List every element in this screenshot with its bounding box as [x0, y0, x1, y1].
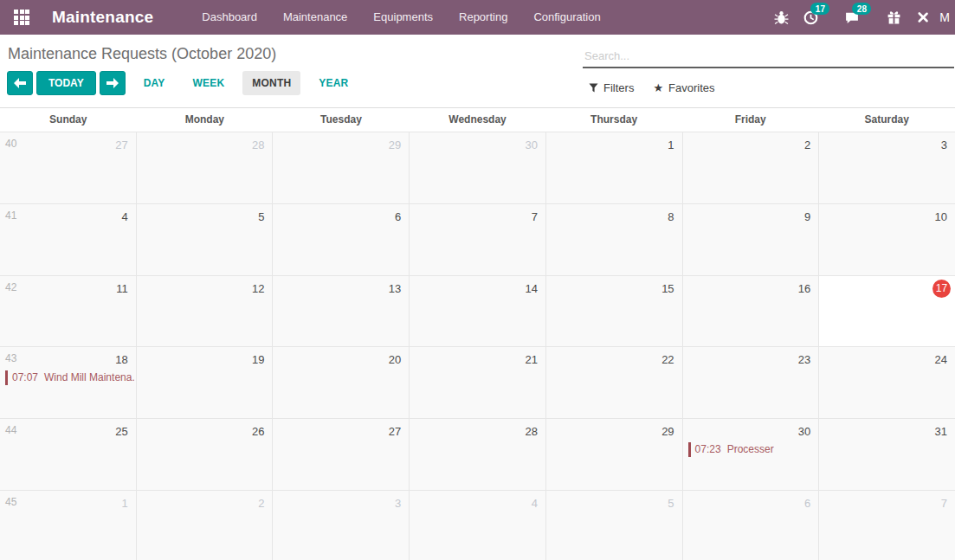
calendar-day-cell[interactable]: 21 [410, 347, 546, 418]
calendar-day-cell[interactable]: 28 [137, 132, 274, 203]
calendar-day-cell[interactable]: 451 [0, 491, 137, 560]
calendar-day-cell[interactable]: 20 [273, 347, 410, 418]
day-number: 9 [804, 210, 810, 223]
calendar-day-cell[interactable]: 29 [273, 132, 410, 203]
calendar-day-cell[interactable]: 1 [546, 132, 683, 203]
calendar-day-cell[interactable]: 431807:07Wind Mill Maintena... [0, 347, 137, 418]
calendar-day-cell[interactable]: 3007:23Processer [683, 419, 820, 490]
calendar-day-cell[interactable]: 2 [137, 491, 274, 560]
day-number: 12 [252, 282, 264, 295]
search-input[interactable] [583, 47, 954, 67]
event-title: Processer [727, 443, 774, 455]
day-number: 14 [525, 282, 537, 295]
calendar-day-cell[interactable]: 4425 [0, 419, 137, 490]
calendar-day-cell[interactable]: 13 [273, 276, 410, 347]
nav-item-maintenance[interactable]: Maintenance [271, 0, 359, 35]
calendar-day-cell[interactable]: 16 [683, 276, 820, 347]
day-number: 4 [532, 497, 538, 510]
day-number: 28 [252, 138, 264, 151]
calendar-event[interactable]: 07:07Wind Mill Maintena... [5, 370, 134, 385]
calendar-day-cell[interactable]: 29 [546, 419, 683, 490]
day-number: 29 [661, 425, 674, 438]
calendar-day-cell[interactable]: 22 [546, 347, 683, 418]
day-number: 30 [798, 425, 810, 438]
calendar-day-cell[interactable]: 414 [0, 204, 137, 275]
top-navbar: Maintenance DashboardMaintenanceEquipmen… [0, 0, 955, 35]
week-number: 45 [5, 496, 16, 508]
view-day-button[interactable]: DAY [134, 71, 175, 95]
calendar-day-cell[interactable]: 17 [819, 276, 955, 347]
calendar-event[interactable]: 07:23Processer [688, 442, 817, 457]
week-row-41: 4145678910 [0, 203, 955, 275]
calendar-day-cell[interactable]: 28 [410, 419, 546, 490]
day-number: 30 [525, 138, 537, 151]
calendar-day-cell[interactable]: 30 [410, 132, 546, 203]
view-month-button[interactable]: MONTH [242, 71, 300, 95]
calendar-day-cell[interactable]: 2 [683, 132, 820, 203]
previous-month-button[interactable] [7, 71, 33, 95]
calendar-day-cell[interactable]: 6 [273, 204, 410, 275]
nav-item-dashboard[interactable]: Dashboard [190, 0, 269, 35]
week-number: 40 [5, 138, 16, 150]
calendar-day-cell[interactable]: 3 [273, 491, 410, 560]
calendar-day-cell[interactable]: 14 [410, 276, 546, 347]
control-panel: Maintenance Requests (October 2020) TODA… [0, 35, 955, 100]
search-box [583, 47, 954, 68]
calendar-day-cell[interactable]: 12 [137, 276, 274, 347]
calendar-day-cell[interactable]: 6 [683, 491, 820, 560]
day-number: 25 [115, 425, 127, 438]
debug-tools-icon[interactable] [912, 6, 934, 29]
calendar-day-cell[interactable]: 7 [819, 491, 955, 560]
favorites-button[interactable]: ★ Favorites [653, 81, 714, 94]
day-number: 15 [661, 282, 674, 295]
user-menu[interactable]: M [934, 10, 950, 24]
calendar-day-cell[interactable]: 4211 [0, 276, 137, 347]
next-month-button[interactable] [100, 71, 126, 95]
view-year-button[interactable]: YEAR [309, 71, 358, 95]
nav-item-equipments[interactable]: Equipments [361, 0, 445, 35]
day-header-tuesday: Tuesday [273, 113, 410, 126]
gift-icon[interactable] [882, 6, 905, 29]
calendar-day-cell[interactable]: 7 [410, 204, 546, 275]
view-week-button[interactable]: WEEK [184, 71, 235, 95]
calendar-day-cell[interactable]: 24 [819, 347, 955, 418]
day-header-saturday: Saturday [818, 113, 955, 126]
calendar-day-cell[interactable]: 19 [137, 347, 274, 418]
app-brand[interactable]: Maintenance [52, 8, 153, 27]
calendar-day-cell[interactable]: 5 [546, 491, 683, 560]
calendar-day-cell[interactable]: 5 [137, 204, 274, 275]
day-number: 2 [258, 497, 264, 510]
week-number: 43 [5, 352, 16, 364]
nav-item-reporting[interactable]: Reporting [447, 0, 519, 35]
filters-button[interactable]: Filters [589, 81, 634, 94]
day-header-thursday: Thursday [545, 113, 682, 126]
calendar-day-cell[interactable]: 27 [273, 419, 410, 490]
day-number: 29 [389, 138, 401, 151]
calendar-day-cell[interactable]: 23 [683, 347, 820, 418]
day-number: 22 [661, 353, 674, 366]
today-button[interactable]: TODAY [36, 71, 96, 95]
bug-icon[interactable] [770, 6, 792, 29]
calendar-day-cell[interactable]: 4 [410, 491, 546, 560]
day-number: 27 [115, 138, 127, 151]
calendar-day-cell[interactable]: 4027 [0, 132, 137, 203]
calendar-day-headers: SundayMondayTuesdayWednesdayThursdayFrid… [0, 107, 955, 132]
day-header-wednesday: Wednesday [410, 113, 546, 126]
calendar-day-cell[interactable]: 8 [546, 204, 683, 275]
apps-grid-icon[interactable] [14, 10, 29, 25]
calendar-day-cell[interactable]: 10 [819, 204, 955, 275]
calendar-day-cell[interactable]: 15 [546, 276, 683, 347]
calendar-day-cell[interactable]: 31 [819, 419, 955, 490]
nav-item-configuration[interactable]: Configuration [521, 0, 612, 35]
day-header-friday: Friday [682, 113, 819, 126]
messages-icon[interactable]: 28 [841, 6, 863, 29]
calendar-day-cell[interactable]: 26 [137, 419, 274, 490]
day-number: 1 [121, 497, 127, 510]
today-date-badge: 17 [932, 280, 951, 298]
day-number: 1 [668, 138, 674, 151]
calendar-day-cell[interactable]: 3 [819, 132, 955, 203]
calendar-day-cell[interactable]: 9 [683, 204, 820, 275]
week-number: 41 [5, 209, 16, 222]
activity-clock-icon[interactable]: 17 [799, 6, 822, 29]
day-number: 21 [525, 353, 537, 366]
